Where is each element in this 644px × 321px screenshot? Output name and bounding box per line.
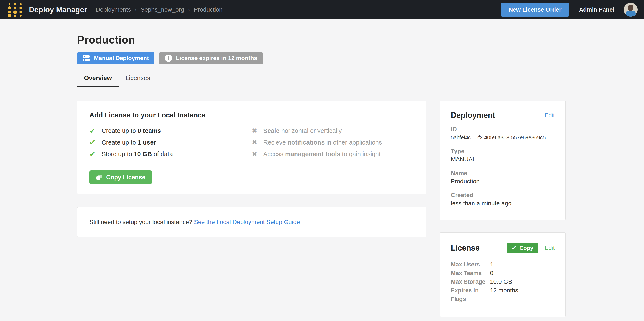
tab-overview[interactable]: Overview: [77, 74, 119, 87]
allowed-feature-list: ✔ Create up to 0 teams ✔ Create up to 1 …: [90, 126, 252, 161]
x-icon: ✖: [252, 139, 257, 146]
feature-allowed-users: ✔ Create up to 1 user: [90, 138, 252, 147]
user-avatar[interactable]: [624, 3, 638, 16]
feature-denied-management: ✖ Access management tools to gain insigh…: [252, 150, 414, 158]
feature-allowed-teams: ✔ Create up to 0 teams: [90, 126, 252, 135]
denied-feature-list: ✖ Scale horizontal or vertically ✖ Recie…: [252, 126, 414, 161]
admin-panel-link[interactable]: Admin Panel: [579, 6, 614, 13]
feature-text: Create up to 0 teams: [102, 126, 161, 135]
top-navbar: Deploy Manager Deployments › Sephs_new_o…: [0, 0, 644, 20]
field-label: Name: [451, 169, 554, 177]
feature-denied-scale: ✖ Scale horizontal or vertically: [252, 126, 414, 135]
license-field-max-users: Max Users 1: [451, 260, 554, 269]
license-field-max-storage: Max Storage 10.0 GB: [451, 278, 554, 286]
license-expiry-badge: ! License expires in 12 months: [159, 52, 263, 64]
breadcrumb-deployments[interactable]: Deployments: [96, 6, 131, 13]
breadcrumb-org[interactable]: Sephs_new_org: [140, 6, 184, 13]
field-value: Production: [451, 177, 554, 186]
feature-text: Store up to 10 GB of data: [102, 150, 173, 158]
license-field-expires-in: Expires In 12 months: [451, 286, 554, 295]
license-edit-link[interactable]: Edit: [544, 245, 554, 252]
breadcrumb: Deployments › Sephs_new_org › Production: [96, 6, 222, 13]
field-label: Max Users: [451, 260, 487, 269]
check-icon: ✔: [90, 139, 96, 146]
check-icon: ✔: [512, 245, 516, 252]
copy-license-button[interactable]: Copy License: [90, 170, 152, 184]
field-label: ID: [451, 126, 554, 133]
exclamation-icon: !: [165, 54, 172, 62]
avatar-head-shape: [628, 4, 634, 11]
field-value: 0: [487, 269, 494, 278]
breadcrumb-production[interactable]: Production: [194, 6, 222, 13]
field-value: 12 months: [487, 286, 518, 295]
feature-denied-notifications: ✖ Recieve notifications in other applica…: [252, 138, 414, 147]
app-title: Deploy Manager: [29, 6, 87, 14]
feature-allowed-storage: ✔ Store up to 10 GB of data: [90, 150, 252, 158]
add-license-card: Add License to your Local Instance ✔ Cre…: [77, 100, 426, 194]
check-icon: ✔: [90, 127, 96, 134]
deployment-edit-link[interactable]: Edit: [544, 112, 554, 119]
field-label: Flags: [451, 295, 487, 303]
setup-guide-link[interactable]: See the Local Deployment Setup Guide: [194, 219, 300, 225]
feature-text: Recieve notifications in other applicati…: [263, 138, 382, 147]
check-icon: ✔: [90, 150, 96, 158]
deployment-field-id: ID 5abfef4c-15f2-4059-a353-557e69e869c5: [451, 126, 554, 142]
field-value: 10.0 GB: [487, 278, 512, 286]
sidebar-column: Deployment Edit ID 5abfef4c-15f2-4059-a3…: [440, 100, 566, 317]
badges-row: Manual Deployment ! License expires in 1…: [77, 52, 566, 64]
add-license-card-title: Add License to your Local Instance: [90, 111, 414, 119]
setup-guide-card: Still need to setup your local instance?…: [77, 207, 426, 237]
x-icon: ✖: [252, 128, 257, 134]
main-column: Add License to your Local Instance ✔ Cre…: [77, 100, 426, 237]
deployment-field-created: Created less than a minute ago: [451, 191, 554, 208]
copy-license-button-label: Copy License: [106, 174, 146, 181]
setup-guide-text: Still need to setup your local instance?: [90, 219, 194, 225]
tab-licenses[interactable]: Licenses: [119, 74, 157, 87]
field-value: [487, 295, 490, 303]
license-field-flags: Flags: [451, 295, 554, 303]
license-copy-button[interactable]: ✔ Copy: [506, 242, 539, 253]
chevron-right-icon: ›: [135, 6, 137, 13]
tab-bar: Overview Licenses: [77, 74, 566, 87]
license-feature-lists: ✔ Create up to 0 teams ✔ Create up to 1 …: [90, 126, 414, 161]
license-card: License ✔ Copy Edit Max Users 1: [440, 232, 566, 317]
field-label: Created: [451, 191, 554, 199]
field-value: less than a minute ago: [451, 199, 554, 208]
manual-deployment-badge-label: Manual Deployment: [94, 55, 149, 62]
license-field-max-teams: Max Teams 0: [451, 269, 554, 278]
feature-text: Scale horizontal or vertically: [263, 126, 342, 135]
server-stack-icon: [83, 54, 90, 62]
x-icon: ✖: [252, 151, 257, 157]
page-content: Production Manual Deployment ! License e…: [0, 20, 644, 317]
page-title: Production: [77, 34, 566, 46]
field-value: 5abfef4c-15f2-4059-a353-557e69e869c5: [451, 133, 554, 142]
navbar-right-group: New License Order Admin Panel: [500, 3, 638, 16]
deployment-field-name: Name Production: [451, 169, 554, 186]
field-value: 1: [487, 260, 494, 269]
field-label: Max Storage: [451, 278, 487, 286]
feature-text: Create up to 1 user: [102, 138, 156, 147]
manual-deployment-badge: Manual Deployment: [77, 52, 154, 64]
feature-text: Access management tools to gain insight: [263, 150, 380, 158]
field-label: Type: [451, 147, 554, 155]
new-license-order-button[interactable]: New License Order: [500, 3, 570, 16]
avatar-torso-shape: [626, 10, 636, 16]
field-label: Expires In: [451, 286, 487, 295]
copy-icon: [96, 174, 102, 180]
deployment-card-title: Deployment: [451, 111, 495, 120]
app-logo-icon[interactable]: [6, 2, 23, 17]
field-value: MANUAL: [451, 155, 554, 164]
deployment-field-type: Type MANUAL: [451, 147, 554, 164]
field-label: Max Teams: [451, 269, 487, 278]
license-copy-button-label: Copy: [519, 245, 533, 252]
license-card-title: License: [451, 244, 480, 252]
license-expiry-badge-label: License expires in 12 months: [176, 55, 257, 62]
chevron-right-icon: ›: [188, 6, 190, 13]
deployment-card: Deployment Edit ID 5abfef4c-15f2-4059-a3…: [440, 100, 566, 220]
